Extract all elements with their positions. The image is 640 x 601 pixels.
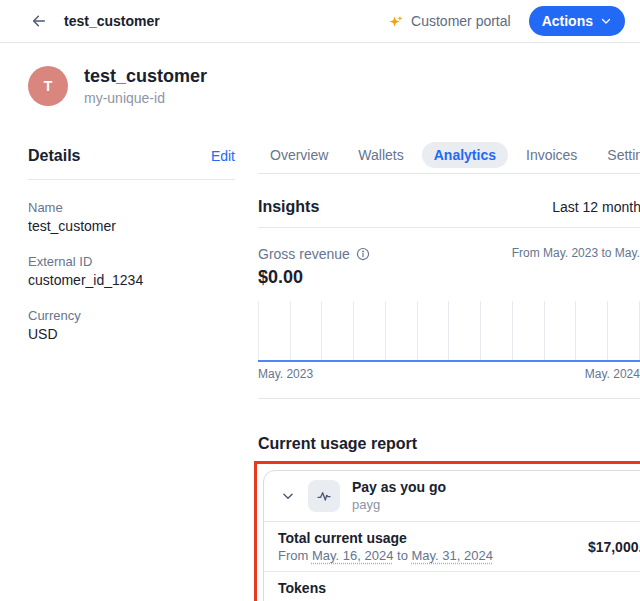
- edit-details-link[interactable]: Edit: [211, 148, 235, 164]
- customer-tabs-panel: Overview Wallets Analytics Invoices Sett…: [258, 142, 640, 601]
- gross-revenue-label: Gross revenue: [258, 246, 350, 262]
- plan-name: Pay as you go: [352, 479, 636, 496]
- chart-gridlines: [258, 301, 640, 362]
- total-usage-amount: $17,000.00: [588, 539, 640, 555]
- actions-button-label: Actions: [542, 13, 593, 29]
- plan-header-row: Pay as you go payg: [264, 471, 640, 521]
- total-usage-label: Total current usage: [278, 530, 576, 547]
- chart-zero-revenue-line: [258, 360, 640, 362]
- plan-pulse-icon: [308, 480, 340, 512]
- plan-code: payg: [352, 497, 636, 513]
- customer-header: T test_customer my-unique-id: [0, 43, 640, 106]
- total-usage-period: From May. 16, 2024 to May. 31, 2024: [278, 548, 576, 564]
- tab-wallets[interactable]: Wallets: [346, 142, 415, 168]
- chart-plot-area: [258, 301, 640, 362]
- red-annotation-box: Pay as you go payg Total current usage F…: [254, 461, 640, 601]
- avatar-initial: T: [44, 78, 53, 94]
- tab-bar: Overview Wallets Analytics Invoices Sett…: [258, 142, 640, 168]
- gross-revenue-value: $0.00: [258, 267, 640, 288]
- arrow-left-icon: [31, 13, 47, 29]
- tab-settings[interactable]: Settings: [595, 142, 640, 168]
- chart-divider: [258, 398, 640, 399]
- chevron-down-icon: [281, 489, 295, 503]
- customer-external-id: my-unique-id: [84, 90, 207, 106]
- main-content: Details Edit Name test_customer External…: [0, 106, 640, 601]
- chart-date-range: From May. 2023 to May. 2024: [512, 246, 640, 260]
- gross-revenue-chart: - $0: [258, 301, 640, 362]
- usage-item-row: Tokens openai_tokens: [264, 571, 640, 601]
- chevron-down-icon: [600, 15, 612, 27]
- back-button[interactable]: [26, 8, 52, 34]
- x-label-start: May. 2023: [258, 367, 313, 381]
- detail-field-external-id: External ID customer_id_1234: [28, 254, 235, 288]
- info-icon[interactable]: [356, 247, 370, 261]
- tab-analytics[interactable]: Analytics: [422, 142, 508, 168]
- detail-field-currency: Currency USD: [28, 308, 235, 342]
- usage-card: Pay as you go payg Total current usage F…: [263, 470, 640, 601]
- detail-field-name: Name test_customer: [28, 200, 235, 234]
- customer-portal-label: Customer portal: [411, 13, 511, 29]
- details-title: Details: [28, 147, 80, 165]
- total-usage-row: Total current usage From May. 16, 2024 t…: [264, 521, 640, 571]
- customer-portal-link[interactable]: Customer portal: [389, 13, 511, 29]
- customer-name: test_customer: [84, 65, 207, 87]
- tabs-divider: [258, 173, 640, 174]
- chart-x-axis-labels: May. 2023 May. 2024: [258, 367, 640, 381]
- usage-report-title: Current usage report: [258, 435, 640, 453]
- avatar: T: [28, 66, 68, 106]
- actions-button[interactable]: Actions: [529, 6, 625, 36]
- period-selector[interactable]: Last 12 months: [552, 199, 640, 215]
- insights-divider: [258, 227, 640, 228]
- period-selector-label: Last 12 months: [552, 199, 640, 215]
- tab-invoices[interactable]: Invoices: [514, 142, 589, 168]
- top-bar: test_customer Customer portal Actions: [0, 0, 640, 43]
- usage-start-date[interactable]: May. 16, 2024: [312, 548, 393, 563]
- insights-title: Insights: [258, 198, 319, 216]
- sparkle-icon: [389, 14, 404, 29]
- page-title: test_customer: [64, 13, 389, 29]
- x-label-end: May. 2024: [585, 367, 640, 381]
- usage-item-code: openai_tokens: [278, 598, 640, 601]
- details-panel: Details Edit Name test_customer External…: [28, 142, 235, 601]
- tab-overview[interactable]: Overview: [258, 142, 340, 168]
- refresh-usage-button[interactable]: [636, 485, 640, 507]
- usage-end-date[interactable]: May. 31, 2024: [411, 548, 492, 563]
- usage-item-name: Tokens: [278, 580, 640, 597]
- collapse-toggle[interactable]: [278, 486, 298, 506]
- details-divider: [28, 179, 235, 180]
